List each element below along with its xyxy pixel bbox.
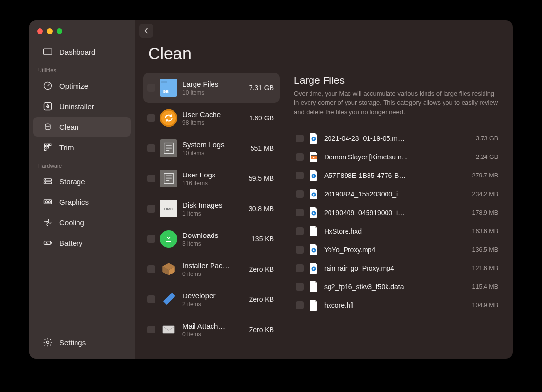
category-size: Zero KB [249,295,274,303]
file-row[interactable]: 20190409_045919000_i…178.9 MB [294,203,500,222]
category-name: Downloads [182,231,247,239]
sidebar-item-cooling[interactable]: Cooling [33,213,131,232]
sidebar-item-dashboard[interactable]: Dashboard [33,42,131,61]
category-checkbox[interactable] [147,326,155,333]
topbar [135,20,513,41]
file-row[interactable]: Demon Slayer [Kimetsu n…2.24 GB [294,148,500,166]
category-checkbox[interactable] [147,84,155,92]
category-name: Disk Images [182,201,244,209]
file-row[interactable]: rain rain go_Proxy.mp4121.6 MB [294,259,500,277]
sidebar-item-label: Cooling [59,218,84,227]
file-size: 121.6 MB [472,265,498,272]
file-name: YoYo_Proxy.mp4 [324,246,466,254]
file-size: 234.2 MB [472,191,498,197]
category-row[interactable]: DMGDisk Images1 items30.8 MB [143,194,280,224]
file-name: 2021-04-23_01-19-05.m… [324,135,470,142]
detail-heading: Large Files [294,75,500,86]
file-type-icon [310,300,318,311]
file-checkbox[interactable] [296,172,304,179]
category-icon [160,321,177,338]
minimize-window-button[interactable] [47,28,53,34]
svg-rect-5 [49,144,51,145]
category-row[interactable]: User Logs116 items59.5 MB [143,163,280,194]
category-icon [160,230,177,248]
category-checkbox[interactable] [147,295,155,303]
sidebar-item-uninstaller[interactable]: Uninstaller [33,97,131,116]
category-checkbox[interactable] [147,144,155,152]
content-panes: GBLarge Files10 items7.31 GBUser Cache98… [135,70,513,359]
file-type-icon [310,244,318,255]
category-icon [160,260,177,278]
file-checkbox[interactable] [296,190,304,198]
category-icon: DMG [160,200,177,217]
category-subtitle: 3 items [182,240,247,247]
category-row[interactable]: Downloads3 items135 KB [143,224,280,254]
file-size: 279.7 MB [472,172,498,179]
sidebar-item-label: Graphics [59,198,89,206]
category-checkbox[interactable] [147,114,155,122]
category-name: User Logs [182,171,244,179]
file-row[interactable]: 2021-04-23_01-19-05.m…3.73 GB [294,129,500,148]
sidebar-item-trim[interactable]: Trim [33,137,131,157]
sidebar-item-clean[interactable]: Clean [33,117,131,137]
category-size: 59.5 MB [249,175,274,182]
file-checkbox[interactable] [296,283,304,291]
sidebar-item-label: Battery [59,239,83,247]
file-name: sg2_fp16_stkv3_f50k.data [324,283,466,291]
category-row[interactable]: User Cache98 items1.69 GB [143,103,280,133]
sidebar-item-settings[interactable]: Settings [33,333,131,352]
category-checkbox[interactable] [147,205,155,213]
svg-rect-20 [164,143,174,154]
file-checkbox[interactable] [296,209,304,216]
category-row[interactable]: Installer Pac…0 itemsZero KB [143,254,280,284]
appstore-icon [43,101,53,111]
category-checkbox[interactable] [147,235,155,243]
category-list: GBLarge Files10 items7.31 GBUser Cache98… [135,70,284,359]
back-button[interactable] [139,24,153,38]
zoom-window-button[interactable] [57,28,62,34]
sidebar-item-battery[interactable]: Battery [33,233,131,253]
file-row[interactable]: A57F898E-1B85-4776-B…279.7 MB [294,166,500,185]
svg-rect-26 [311,155,317,156]
file-checkbox[interactable] [296,153,304,161]
sidebar-section-label: Utilities [29,62,135,75]
category-size: Zero KB [249,265,274,273]
file-checkbox[interactable] [296,227,304,235]
file-checkbox[interactable] [296,264,304,272]
category-checkbox[interactable] [147,175,155,182]
file-checkbox[interactable] [296,246,304,254]
file-row[interactable]: HxStore.hxd163.6 MB [294,222,500,240]
close-window-button[interactable] [37,28,43,34]
svg-rect-17 [44,241,51,245]
category-size: 551 MB [251,144,274,152]
category-checkbox[interactable] [147,265,155,273]
file-checkbox[interactable] [296,301,304,309]
file-checkbox[interactable] [296,135,304,142]
category-labels: Mail Attach…0 items [182,322,244,338]
category-row[interactable]: Mail Attach…0 itemsZero KB [143,314,280,345]
svg-rect-3 [44,144,46,145]
file-name: 20190824_155203000_i… [324,190,466,198]
category-labels: User Logs116 items [182,171,244,187]
sidebar-item-graphics[interactable]: Graphics [33,192,131,212]
sidebar-item-storage[interactable]: Storage [33,172,131,191]
category-size: 135 KB [252,235,274,243]
file-row[interactable]: YoYo_Proxy.mp4136.5 MB [294,240,500,259]
sidebar-item-optimize[interactable]: Optimize [33,76,131,96]
file-name: rain rain go_Proxy.mp4 [324,264,466,272]
category-row[interactable]: GBLarge Files10 items7.31 GB [143,73,280,103]
category-size: Zero KB [249,326,274,333]
detail-divider [294,125,500,125]
file-row[interactable]: sg2_fp16_stkv3_f50k.data115.4 MB [294,277,500,296]
gauge-icon [43,81,53,91]
file-type-icon [310,152,318,162]
category-row[interactable]: Developer2 itemsZero KB [143,284,280,314]
category-name: Large Files [182,80,244,88]
app-window: Dashboard UtilitiesOptimizeUninstallerCl… [29,20,513,359]
category-subtitle: 10 items [182,150,246,157]
category-icon [160,139,177,157]
category-row[interactable]: System Logs10 items551 MB [143,133,280,163]
file-row[interactable]: hxcore.hfl104.9 MB [294,296,500,314]
category-size: 7.31 GB [249,84,274,92]
file-row[interactable]: 20190824_155203000_i…234.2 MB [294,185,500,203]
